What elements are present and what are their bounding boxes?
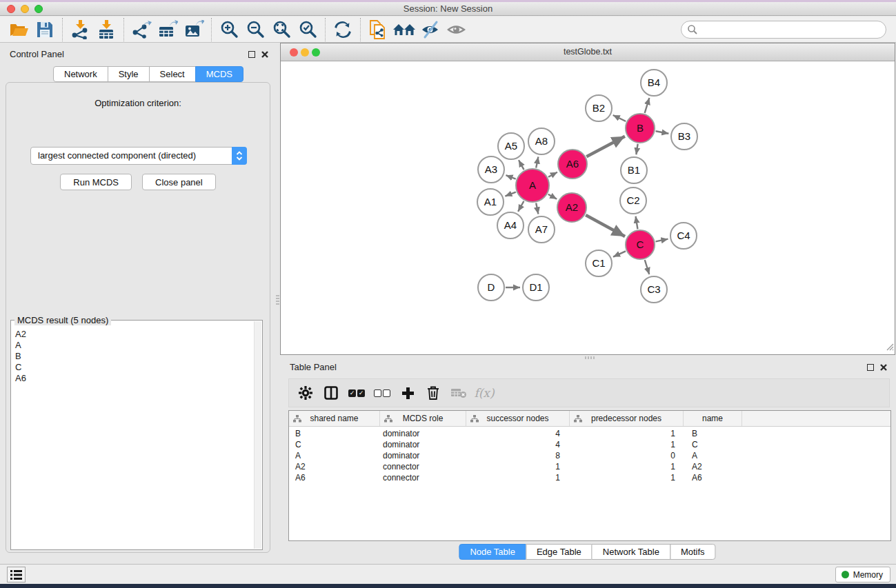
tab-style[interactable]: Style <box>108 66 150 82</box>
tab-node-table[interactable]: Node Table <box>459 544 526 560</box>
graph-node-D1[interactable]: D1 <box>523 274 549 301</box>
graph-node-C4[interactable]: C4 <box>670 223 697 249</box>
result-item[interactable]: A2 <box>15 329 262 340</box>
hide-selected-icon[interactable] <box>417 19 444 41</box>
tab-network-table[interactable]: Network Table <box>592 544 670 560</box>
column-header-predecessor-nodes[interactable]: predecessor nodes <box>570 411 684 426</box>
graph-node-B2[interactable]: B2 <box>586 95 612 121</box>
close-traffic-light-icon[interactable] <box>290 48 298 57</box>
export-image-icon[interactable] <box>181 19 207 41</box>
run-mcds-button[interactable]: Run MCDS <box>60 174 132 190</box>
zoom-fit-icon[interactable] <box>268 19 295 41</box>
graph-edge-C-C3[interactable] <box>645 260 649 274</box>
result-scrollbar[interactable] <box>254 321 261 549</box>
result-item[interactable]: C <box>15 362 262 373</box>
graph-edge-A-A5[interactable] <box>519 160 524 170</box>
graph-edge-B-B2[interactable] <box>613 115 626 121</box>
result-item[interactable]: B <box>15 351 262 362</box>
graph-edge-A6-B[interactable] <box>586 136 625 157</box>
window-titlebar[interactable]: Session: New Session <box>0 2 896 16</box>
save-session-icon[interactable] <box>32 19 58 41</box>
tab-mcds[interactable]: MCDS <box>195 66 243 82</box>
select-all-icon[interactable]: ✓✓ <box>347 383 366 403</box>
graph-edge-A-A8[interactable] <box>536 157 538 168</box>
column-header-name[interactable]: name <box>684 411 742 426</box>
graph-node-A7[interactable]: A7 <box>528 216 555 243</box>
zoom-in-icon[interactable] <box>216 19 242 41</box>
graph-node-A2[interactable]: A2 <box>557 193 586 222</box>
close-panel-button[interactable]: Close panel <box>142 174 216 190</box>
table-row[interactable]: A6connector11A6 <box>289 473 890 484</box>
graph-node-C[interactable]: C <box>626 230 655 259</box>
graph-node-D[interactable]: D <box>478 274 504 301</box>
minimize-traffic-light-icon[interactable] <box>301 48 309 57</box>
import-table-icon[interactable] <box>93 19 119 41</box>
add-row-icon[interactable] <box>398 383 417 403</box>
graph-edge-A-A7[interactable] <box>536 203 538 214</box>
column-header-shared-name[interactable]: shared name <box>289 411 380 426</box>
graph-edge-B-B3[interactable] <box>656 131 669 134</box>
zoom-out-icon[interactable] <box>242 19 268 41</box>
float-panel-icon[interactable] <box>247 50 257 59</box>
memory-button[interactable]: Memory <box>835 567 890 582</box>
float-panel-icon[interactable] <box>866 363 875 372</box>
graph-node-A1[interactable]: A1 <box>477 189 504 215</box>
resize-grip-icon[interactable] <box>884 341 894 354</box>
tab-select[interactable]: Select <box>149 66 196 82</box>
graph-node-C3[interactable]: C3 <box>641 276 667 303</box>
close-traffic-light-icon[interactable] <box>7 5 15 13</box>
import-network-icon[interactable] <box>67 19 93 41</box>
settings-gear-icon[interactable] <box>296 383 315 403</box>
table-row[interactable]: A2connector11A2 <box>289 462 890 473</box>
tab-motifs[interactable]: Motifs <box>670 544 716 560</box>
graph-node-B3[interactable]: B3 <box>671 123 697 150</box>
graph-node-B4[interactable]: B4 <box>641 70 667 96</box>
graph-edge-C-C2[interactable] <box>636 216 638 230</box>
network-canvas[interactable]: B4B2BB3B1A5A8A6A3AA1A2C2A4A7CC4C1C3DD1 <box>281 61 895 354</box>
result-item[interactable]: A6 <box>15 373 262 384</box>
graph-edge-C-C1[interactable] <box>613 251 626 256</box>
graph-edge-A2-C[interactable] <box>586 215 625 236</box>
graph-node-A5[interactable]: A5 <box>498 133 524 159</box>
optimization-dropdown[interactable]: largest connected component (directed) <box>30 147 247 165</box>
zoom-selected-icon[interactable] <box>295 19 321 41</box>
zoom-traffic-light-icon[interactable] <box>34 5 43 13</box>
network-graph[interactable]: B4B2BB3B1A5A8A6A3AA1A2C2A4A7CC4C1C3DD1 <box>281 61 895 354</box>
search-input[interactable] <box>681 21 886 39</box>
task-history-button[interactable] <box>7 567 26 582</box>
home-views-icon[interactable] <box>391 19 417 41</box>
delete-table-icon[interactable] <box>449 383 468 403</box>
deselect-all-icon[interactable]: ✓✓ <box>372 383 392 403</box>
result-item[interactable]: A <box>15 340 262 351</box>
graph-edge-A-A6[interactable] <box>548 172 557 177</box>
graph-edge-C-C4[interactable] <box>656 239 668 242</box>
column-header-MCDS-role[interactable]: MCDS role <box>380 411 466 426</box>
graph-edge-A-A3[interactable] <box>506 175 515 179</box>
node-table[interactable]: shared nameMCDS rolesuccessor nodesprede… <box>288 410 891 541</box>
graph-edge-A-A4[interactable] <box>518 201 524 212</box>
export-network-icon[interactable] <box>128 19 155 41</box>
open-session-icon[interactable] <box>6 19 32 41</box>
graph-node-A8[interactable]: A8 <box>528 128 555 154</box>
graph-node-A[interactable]: A <box>516 169 549 202</box>
close-panel-icon[interactable] <box>879 363 888 372</box>
graph-node-B1[interactable]: B1 <box>621 157 647 183</box>
refresh-icon[interactable] <box>330 19 356 41</box>
tab-network[interactable]: Network <box>53 66 108 82</box>
zoom-traffic-light-icon[interactable] <box>312 48 320 57</box>
graph-node-C1[interactable]: C1 <box>586 250 612 276</box>
table-row[interactable]: Adominator80A <box>289 451 890 462</box>
graph-node-A6[interactable]: A6 <box>558 150 587 179</box>
table-row[interactable]: Cdominator41C <box>289 440 890 451</box>
graph-edge-A-A1[interactable] <box>505 192 515 196</box>
close-panel-icon[interactable] <box>260 50 270 59</box>
network-window-titlebar[interactable]: testGlobe.txt <box>281 43 895 61</box>
clone-network-icon[interactable] <box>365 19 391 41</box>
graph-edge-B-B1[interactable] <box>636 144 637 154</box>
splitter-grip[interactable] <box>276 295 279 305</box>
export-table-icon[interactable] <box>155 19 181 41</box>
graph-node-C2[interactable]: C2 <box>620 187 646 214</box>
minimize-traffic-light-icon[interactable] <box>21 5 29 13</box>
column-selector-icon[interactable] <box>321 383 341 403</box>
show-all-icon[interactable] <box>444 19 470 41</box>
